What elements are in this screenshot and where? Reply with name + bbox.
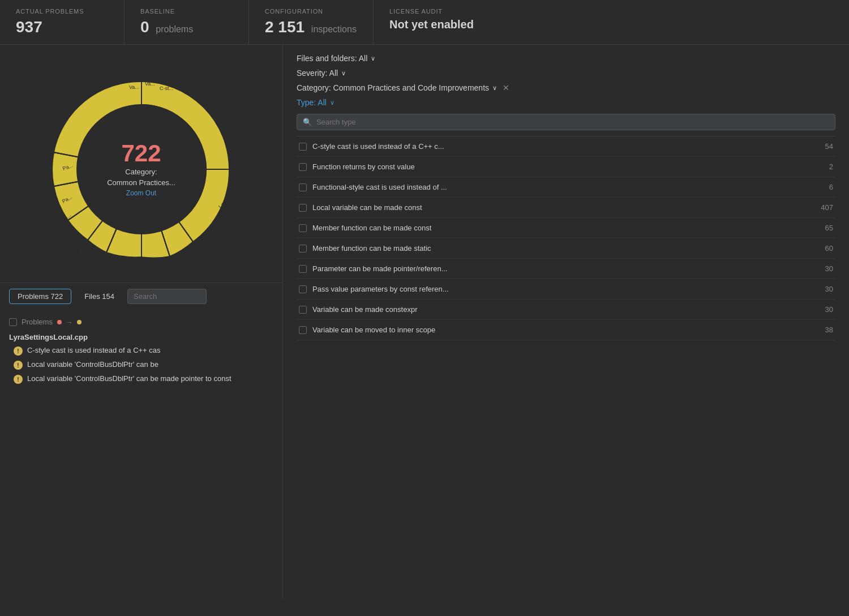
zoom-out-link[interactable]: Zoom Out	[107, 189, 175, 197]
center-number: 722	[107, 142, 175, 165]
inspection-name: Variable can be made constexpr	[312, 305, 820, 314]
inspection-checkbox[interactable]	[299, 204, 307, 212]
warn-icon-2: !	[14, 361, 23, 370]
inspection-item[interactable]: Member function can be made static 60	[297, 238, 835, 259]
filter-category-row: Category: Common Practices and Code Impr…	[297, 83, 835, 92]
severity-dropdown-arrow[interactable]: ∨	[341, 70, 346, 77]
file-group: LyraSettingsLocal.cpp ! C-style cast is …	[0, 333, 282, 386]
inspection-count: 60	[825, 244, 833, 253]
inspection-item[interactable]: Member function can be made const 65	[297, 218, 835, 238]
right-panel: Files and folders: All ∨ Severity: All ∨…	[283, 45, 849, 598]
inspection-list: C-style cast is used instead of a C++ c.…	[297, 136, 835, 589]
inspection-name: Parameter can be made pointer/referen...	[312, 264, 820, 273]
inspection-checkbox[interactable]	[299, 143, 307, 151]
type-row: Type: All ∨	[297, 98, 835, 107]
inspection-count: 54	[825, 142, 833, 151]
search-icon: 🔍	[303, 118, 312, 126]
problems-label: Problems	[22, 318, 53, 326]
inspection-item[interactable]: Functional-style cast is used instead of…	[297, 177, 835, 198]
problem-text-1: C-style cast is used instead of a C++ ca…	[27, 346, 161, 354]
left-panel: Local variable can be made const Va... V…	[0, 45, 283, 598]
actual-problems-label: ACTUAL PROBLEMS	[16, 8, 108, 15]
inspection-item[interactable]: Function returns by const value 2	[297, 157, 835, 177]
inspection-checkbox[interactable]	[299, 326, 307, 334]
problems-checkbox[interactable]	[9, 318, 17, 326]
problem-item-3: ! Local variable 'ControlBusDblPtr' can …	[9, 372, 273, 386]
inspection-item[interactable]: Pass value parameters by const referen..…	[297, 279, 835, 300]
inspection-count: 30	[825, 264, 833, 273]
inspection-name: Variable can be moved to inner scope	[312, 326, 820, 334]
configuration-value: 2 151 inspections	[265, 18, 357, 36]
stat-actual-problems: ACTUAL PROBLEMS 937	[0, 0, 125, 44]
type-label: Type: All	[297, 98, 327, 107]
stat-baseline: BASELINE 0 problems	[125, 0, 249, 44]
inspection-count: 6	[829, 183, 833, 191]
inspection-name: Member function can be made const	[312, 224, 820, 232]
inspection-checkbox[interactable]	[299, 183, 307, 191]
inspection-checkbox[interactable]	[299, 285, 307, 293]
baseline-label: BASELINE	[140, 8, 233, 15]
inspection-name: Functional-style cast is used instead of…	[312, 183, 824, 191]
svg-text:Va...: Va...	[145, 81, 155, 87]
search-type-box: 🔍	[297, 114, 835, 130]
warn-icon-1: !	[14, 346, 23, 356]
stat-license-audit: LICENSE AUDIT Not yet enabled	[374, 0, 849, 44]
baseline-unit: problems	[156, 24, 193, 34]
inspection-name: C-style cast is used instead of a C++ c.…	[312, 142, 820, 151]
search-input[interactable]	[127, 289, 207, 304]
inspection-item[interactable]: Variable can be moved to inner scope 38	[297, 320, 835, 340]
main-content: Local variable can be made const Va... V…	[0, 45, 849, 598]
svg-text:Va...: Va...	[129, 84, 139, 90]
problem-item-2: ! Local variable 'ControlBusDblPtr' can …	[9, 358, 273, 372]
actual-problems-value: 937	[16, 18, 108, 36]
warn-icon-3: !	[14, 375, 23, 384]
problems-list: Problems → LyraSettingsLocal.cpp ! C-sty…	[0, 310, 282, 598]
inspection-item[interactable]: Local variable can be made const 407	[297, 198, 835, 218]
files-tab[interactable]: Files 154	[76, 289, 123, 304]
configuration-number: 2 151	[265, 18, 305, 36]
donut-container: Local variable can be made const Va... V…	[34, 62, 249, 277]
inspection-item[interactable]: C-style cast is used instead of a C++ c.…	[297, 136, 835, 157]
svg-text:C-st...: C-st...	[160, 85, 173, 91]
inspection-checkbox[interactable]	[299, 306, 307, 314]
license-audit-value: Not yet enabled	[389, 18, 833, 31]
stat-configuration: CONFIGURATION 2 151 inspections	[249, 0, 374, 44]
filter-severity-row: Severity: All ∨	[297, 69, 835, 78]
center-subcategory: Common Practices...	[107, 178, 175, 187]
configuration-label: CONFIGURATION	[265, 8, 357, 15]
category-label: Category: Common Practices and Code Impr…	[297, 83, 489, 92]
inspection-checkbox[interactable]	[299, 245, 307, 253]
search-type-input[interactable]	[316, 118, 829, 126]
category-dropdown-arrow[interactable]: ∨	[492, 84, 497, 92]
files-folders-label: Files and folders: All	[297, 54, 367, 63]
type-dropdown-arrow[interactable]: ∨	[330, 99, 335, 106]
svg-text:Membe...: Membe...	[72, 236, 86, 258]
baseline-value: 0 problems	[140, 18, 233, 36]
inspection-count: 30	[825, 305, 833, 314]
inspection-checkbox[interactable]	[299, 224, 307, 232]
problems-tab[interactable]: Problems 722	[9, 289, 71, 304]
problem-item: ! C-style cast is used instead of a C++ …	[9, 344, 273, 358]
inspection-count: 30	[825, 285, 833, 293]
inspection-name: Pass value parameters by const referen..…	[312, 285, 820, 293]
bottom-controls: Problems 722 Files 154	[0, 283, 282, 310]
inspection-name: Member function can be made static	[312, 244, 820, 253]
file-name: LyraSettingsLocal.cpp	[9, 333, 273, 341]
inspection-name: Function returns by const value	[312, 162, 824, 171]
center-category: Category:	[107, 168, 175, 176]
problem-text-2: Local variable 'ControlBusDblPtr' can be	[27, 360, 158, 369]
category-close-icon[interactable]: ✕	[503, 83, 509, 92]
inspection-count: 65	[825, 224, 833, 232]
license-audit-label: LICENSE AUDIT	[389, 8, 833, 15]
chart-area: Local variable can be made const Va... V…	[0, 50, 282, 283]
inspection-item[interactable]: Variable can be made constexpr 30	[297, 300, 835, 320]
severity-label: Severity: All	[297, 69, 338, 78]
configuration-unit: inspections	[311, 24, 357, 34]
files-dropdown-arrow[interactable]: ∨	[371, 55, 375, 62]
inspection-checkbox[interactable]	[299, 265, 307, 273]
inspection-checkbox[interactable]	[299, 163, 307, 171]
inspection-item[interactable]: Parameter can be made pointer/referen...…	[297, 259, 835, 279]
donut-center: 722 Category: Common Practices... Zoom O…	[107, 142, 175, 197]
arrow-right-icon: →	[66, 319, 72, 326]
inspection-count: 2	[829, 162, 833, 171]
